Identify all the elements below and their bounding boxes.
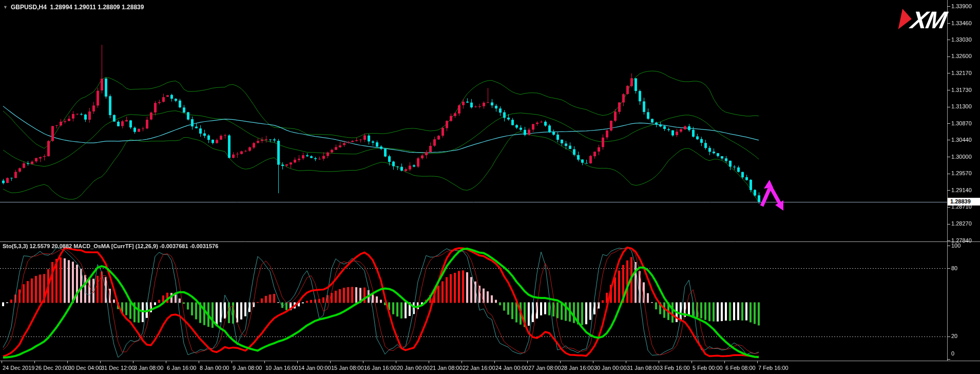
symbol-period-label: GBPUSD,H4 [11,4,47,11]
price-axis-label: 1.30000 [951,154,972,160]
indicator-label: Sto(5,3,3) 12.5579 20.0882 MACD_OsMA [Cu… [3,243,218,249]
time-axis-label: 3 Feb 16:00 [660,365,690,371]
time-axis-label: 10 Jan 16:00 [265,365,298,371]
price-axis-label: 1.30870 [951,120,972,126]
time-axis-label: 21 Jan 08:00 [430,365,463,371]
chart-title: ▼GBPUSD,H4 1.28994 1.29011 1.28809 1.288… [3,4,144,11]
time-axis-label: 6 Feb 08:00 [725,365,756,371]
time-axis-label: 7 Feb 16:00 [758,365,789,371]
price-axis-label: 1.31300 [951,103,972,109]
time-axis-label: 24 Dec 2019 [3,365,34,371]
price-axis-label: 1.32600 [951,53,972,59]
time-axis-label: 6 Jan 16:00 [167,365,197,371]
price-axis-label: 1.29570 [951,170,972,176]
time-axis-label: 20 Jan 00:00 [397,365,430,371]
time-axis-label: 3 Jan 08:00 [134,365,164,371]
indicator-axis-label: 100 [951,242,960,249]
xm-logo: XM [893,4,950,34]
arrow-up-then-down-icon [762,180,783,211]
time-axis-label: 24 Jan 00:00 [495,365,528,371]
price-axis-label: 1.33900 [951,3,972,9]
time-axis-label: 31 Jan 08:00 [627,365,660,371]
price-axis-label: 1.33030 [951,36,972,43]
time-axis-label: 28 Jan 16:00 [561,365,594,371]
price-axis-label: 1.33460 [951,20,972,26]
price-axis-label: 1.31730 [951,87,972,93]
chart-window: ▼GBPUSD,H4 1.28994 1.29011 1.28809 1.288… [0,0,980,374]
indicator-axis-label: 80 [951,265,957,271]
price-axis-label: 1.29140 [951,187,972,193]
chevron-down-icon[interactable]: ▼ [3,5,8,10]
time-axis-label: 27 Jan 08:00 [528,365,561,371]
time-axis-label: 14 Jan 00:00 [298,365,331,371]
annotation-arrow[interactable] [754,177,790,214]
price-axis-label: 1.30440 [951,137,972,143]
time-axis-label: 8 Jan 00:00 [200,365,229,371]
time-axis-label: 31 Dec 12:00 [101,365,134,371]
time-axis-label: 30 Dec 04:00 [68,365,102,371]
logo-text: XM [907,6,950,33]
indicator-axis-label: 20 [951,333,957,339]
time-axis-label: 5 Feb 00:00 [693,365,723,371]
time-axis-label: 26 Dec 20:00 [35,365,69,371]
ohlc-values: 1.28994 1.29011 1.28809 1.28839 [50,4,144,11]
price-chart-canvas[interactable] [0,0,980,374]
time-axis-label: 9 Jan 08:00 [233,365,262,371]
indicator-axis-label: 0 [951,350,954,357]
time-axis-label: 16 Jan 16:00 [364,365,397,371]
time-axis-label: 30 Jan 00:00 [594,365,627,371]
time-axis-label: 22 Jan 16:00 [463,365,495,371]
price-axis-label: 1.28270 [951,220,972,227]
time-axis-label: 15 Jan 08:00 [331,365,364,371]
current-price-badge: 1.28839 [948,198,980,205]
price-axis-label: 1.32170 [951,70,972,76]
